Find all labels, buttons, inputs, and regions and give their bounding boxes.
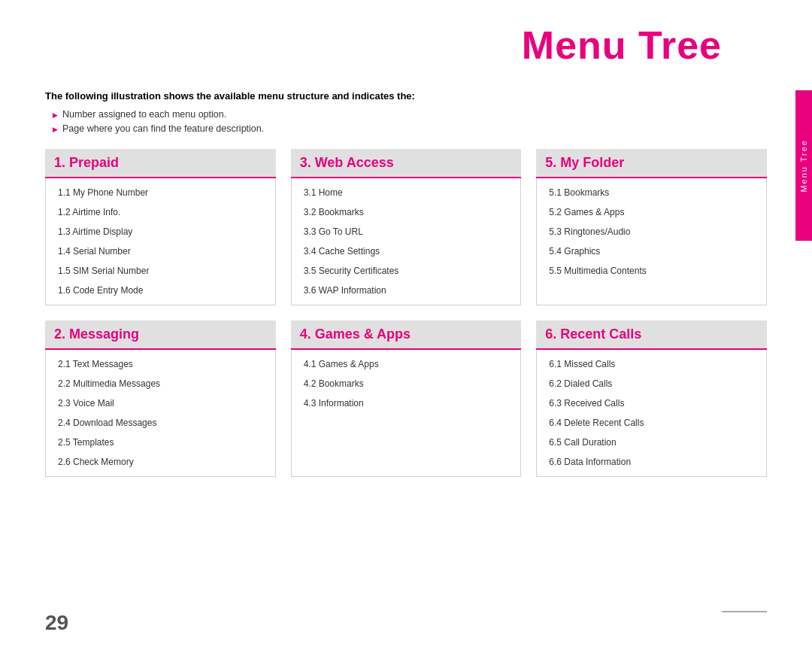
section-items-recent-calls: 6.1 Missed Calls 6.2 Dialed Calls 6.3 Re… [536, 350, 767, 477]
menu-item: 1.3 Airtime Display [46, 222, 275, 241]
intro-bold-text: The following illustration shows the ava… [45, 90, 767, 102]
menu-item: 1.4 Serial Number [46, 241, 275, 261]
menu-item: 5.3 Ringtones/Audio [537, 222, 766, 241]
column-2: 3. Web Access 3.1 Home 3.2 Bookmarks 3.3… [291, 149, 522, 477]
bottom-line [722, 611, 767, 612]
intro-section: The following illustration shows the ava… [45, 90, 767, 134]
menu-item: 2.5 Templates [46, 433, 275, 452]
menu-item: 3.5 Security Certificates [292, 261, 521, 281]
menu-item: 1.2 Airtime Info. [46, 202, 275, 222]
bullet-item-2: Page where you can find the feature desc… [53, 123, 767, 134]
column-3: 5. My Folder 5.1 Bookmarks 5.2 Games & A… [536, 149, 767, 477]
menu-item: 1.1 My Phone Number [46, 183, 275, 202]
section-items-prepaid: 1.1 My Phone Number 1.2 Airtime Info. 1.… [45, 178, 276, 305]
menu-item: 2.2 Multimedia Messages [46, 374, 275, 393]
section-header-web-access: 3. Web Access [291, 149, 522, 178]
menu-item: 6.3 Received Calls [537, 393, 766, 413]
menu-item: 6.4 Delete Recent Calls [537, 413, 766, 433]
page-number: 29 [45, 611, 68, 635]
menu-item: 3.4 Cache Settings [292, 241, 521, 261]
section-header-messaging: 2. Messaging [45, 320, 276, 350]
section-items-games-apps: 4.1 Games & Apps 4.2 Bookmarks 4.3 Infor… [291, 350, 522, 477]
menu-item: 5.4 Graphics [537, 241, 766, 261]
section-items-web-access: 3.1 Home 3.2 Bookmarks 3.3 Go To URL 3.4… [291, 178, 522, 305]
menu-item: 6.1 Missed Calls [537, 354, 766, 374]
menu-item: 6.6 Data Information [537, 452, 766, 472]
menu-item: 3.2 Bookmarks [292, 202, 521, 222]
menu-item: 5.1 Bookmarks [537, 183, 766, 202]
menu-item: 4.2 Bookmarks [292, 374, 521, 393]
bullet-list: Number assigned to each menu option. Pag… [45, 109, 767, 134]
menu-item: 4.1 Games & Apps [292, 354, 521, 374]
sidebar-tab: Menu Tree [795, 90, 812, 241]
menu-item: 4.3 Information [292, 393, 521, 413]
menu-item: 6.5 Call Duration [537, 433, 766, 452]
menu-item: 5.2 Games & Apps [537, 202, 766, 222]
section-items-my-folder: 5.1 Bookmarks 5.2 Games & Apps 5.3 Ringt… [536, 178, 767, 305]
section-header-prepaid: 1. Prepaid [45, 149, 276, 178]
menu-item: 2.6 Check Memory [46, 452, 275, 472]
spacer [291, 305, 522, 320]
menu-item: 3.6 WAP Information [292, 281, 521, 300]
bullet-item-1: Number assigned to each menu option. [53, 109, 767, 120]
section-header-recent-calls: 6. Recent Calls [536, 320, 767, 350]
spacer [45, 305, 276, 320]
section-header-my-folder: 5. My Folder [536, 149, 767, 178]
menu-item: 2.1 Text Messages [46, 354, 275, 374]
menu-item: 1.6 Code Entry Mode [46, 281, 275, 300]
menu-item: 2.3 Voice Mail [46, 393, 275, 413]
menu-item: 5.5 Multimedia Contents [537, 261, 766, 281]
page-container: Menu Tree The following illustration sho… [0, 0, 812, 650]
sidebar-tab-label: Menu Tree [799, 139, 808, 193]
column-1: 1. Prepaid 1.1 My Phone Number 1.2 Airti… [45, 149, 276, 477]
menu-item: 2.4 Download Messages [46, 413, 275, 433]
menu-grid: 1. Prepaid 1.1 My Phone Number 1.2 Airti… [45, 149, 767, 477]
spacer [536, 305, 767, 320]
section-header-games-apps: 4. Games & Apps [291, 320, 522, 350]
menu-item: 3.1 Home [292, 183, 521, 202]
menu-item: 3.3 Go To URL [292, 222, 521, 241]
page-title: Menu Tree [45, 23, 767, 68]
section-items-messaging: 2.1 Text Messages 2.2 Multimedia Message… [45, 350, 276, 477]
menu-item: 1.5 SIM Serial Number [46, 261, 275, 281]
menu-item: 6.2 Dialed Calls [537, 374, 766, 393]
